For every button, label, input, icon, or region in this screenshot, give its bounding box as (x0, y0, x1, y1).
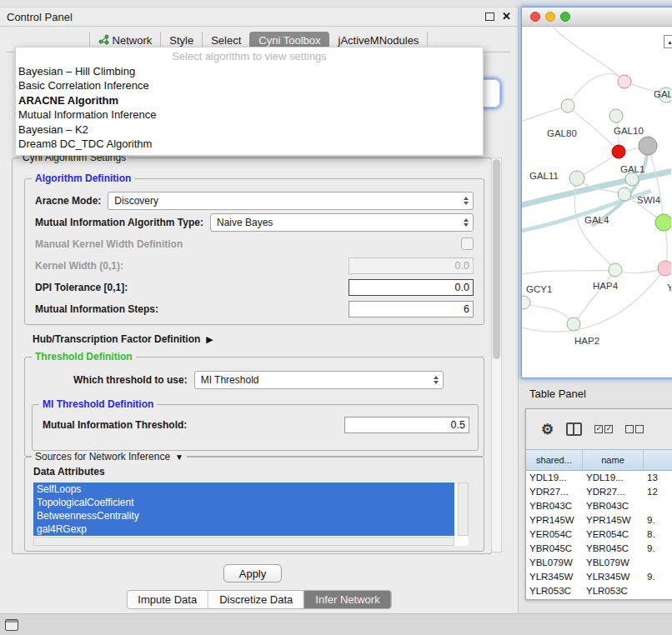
network-node[interactable] (609, 263, 622, 277)
float-window-icon[interactable] (485, 12, 494, 21)
network-node[interactable] (522, 296, 530, 309)
manual-kernel-label: Manual Kernel Width Definition (35, 238, 183, 250)
network-edge[interactable] (648, 146, 664, 222)
bottom-tab-discretize-data[interactable]: Discretize Data (208, 591, 303, 608)
attribute-item-selfloops[interactable]: SelfLoops (33, 482, 454, 496)
columns-icon[interactable] (566, 422, 582, 436)
deselect-all-icon[interactable] (625, 425, 644, 433)
restore-panel-icon[interactable] (5, 619, 18, 631)
tab-label: Cyni Toolbox (258, 34, 320, 47)
data-attributes-list: SelfLoopsTopologicalCoefficientBetweenne… (33, 482, 469, 546)
aracne-mode-dropdown[interactable]: Discovery (108, 192, 474, 210)
dpi-tolerance-row: DPI Tolerance [0,1]: (35, 278, 474, 296)
network-edge[interactable] (522, 191, 651, 232)
attribute-item-topologicalcoefficient[interactable]: TopologicalCoefficient (33, 496, 454, 509)
network-node[interactable] (561, 99, 574, 112)
network-edge[interactable] (522, 270, 615, 276)
mi-steps-input[interactable] (349, 301, 474, 318)
network-edge[interactable] (545, 26, 624, 82)
table-row[interactable]: YER054CYER054C8. (526, 528, 672, 542)
attribute-item-gal4rgexp[interactable]: gal4RGexp (33, 522, 454, 536)
network-edge[interactable] (524, 302, 574, 324)
mi-threshold-input[interactable] (344, 417, 469, 433)
table-header-row: shared...name (526, 449, 672, 471)
network-canvas[interactable]: GALGAL80GAL10GAL11GAL1SWI4GAL4GCY1HAP4HA… (522, 26, 671, 376)
network-node[interactable] (612, 145, 625, 158)
algorithm-definition-group: Algorithm Definition Aracne Mode: Discov… (24, 178, 484, 325)
network-node[interactable] (639, 137, 657, 155)
mi-steps-label: Mutual Information Steps: (35, 303, 158, 315)
attributes-vertical-scrollbar[interactable] (458, 482, 469, 536)
table-row[interactable]: YBL079WYBL079W (526, 556, 672, 570)
network-edge[interactable] (574, 270, 615, 324)
scrollbar-thumb[interactable] (493, 159, 500, 359)
network-node[interactable] (567, 318, 580, 331)
bottom-tab-infer-network[interactable]: Infer Network (303, 591, 390, 608)
network-node[interactable] (609, 109, 623, 122)
attribute-item-betweennesscentrality[interactable]: BetweennessCentrality (33, 509, 454, 522)
algorithm-option-dream8-dc-tdc-algorithm[interactable]: Dream8 DC_TDC Algorithm (16, 137, 483, 151)
hub-definition-toggle[interactable]: Hub/Transcription Factor Definition ▶ (33, 333, 213, 345)
close-window-icon[interactable]: ✕ (502, 12, 511, 22)
sources-toggle[interactable]: Sources for Network Inference ▼ (32, 451, 187, 462)
table-cell: 12 (644, 485, 672, 499)
apply-button[interactable]: Apply (223, 564, 282, 582)
column-header-shared[interactable]: shared... (526, 450, 583, 470)
table-row[interactable]: YLR345WYLR345W9. (526, 570, 672, 584)
control-panel-titlebar: Control Panel ✕ (0, 8, 518, 27)
algorithm-option-basic-correlation-inference[interactable]: Basic Correlation Inference (16, 78, 483, 92)
network-edge[interactable] (522, 268, 665, 332)
manual-kernel-checkbox[interactable] (461, 238, 474, 250)
network-edge[interactable] (568, 74, 624, 106)
mi-type-dropdown[interactable]: Naive Bayes (210, 213, 474, 232)
table-row[interactable]: YBR045CYBR045C9. (526, 542, 672, 556)
close-traffic-light-icon[interactable] (530, 12, 540, 22)
settings-scrollbar[interactable] (491, 158, 502, 552)
column-header-name[interactable]: name (583, 450, 644, 470)
network-node[interactable] (569, 171, 584, 186)
zoom-traffic-light-icon[interactable] (560, 12, 570, 22)
sources-group: Sources for Network Inference ▼ Data Att… (24, 457, 484, 552)
network-node[interactable] (658, 261, 671, 276)
table-cell: YDL19... (526, 471, 583, 485)
data-attributes-label: Data Attributes (33, 466, 484, 478)
network-node[interactable] (618, 75, 631, 88)
table-row[interactable]: YDR27...YDR27...12 (526, 485, 672, 499)
popup-placeholder: Select algorithm to view settings (16, 49, 483, 64)
table-row[interactable]: YDL19...YDL19...13 (526, 471, 672, 485)
node-label-gal80: GAL80 (547, 128, 577, 138)
expand-arrow-icon: ▶ (206, 334, 213, 345)
node-label-gcy1: GCY1 (526, 284, 552, 294)
algorithm-option-aracne-algorithm[interactable]: ARACNE Algorithm (16, 93, 483, 108)
which-threshold-dropdown[interactable]: MI Threshold (194, 371, 444, 389)
table-row[interactable]: YPR145WYPR145W9. (526, 513, 672, 528)
network-node[interactable] (625, 172, 639, 186)
table-cell: 9. (644, 570, 672, 584)
table-cell: 13 (644, 471, 672, 485)
gear-icon[interactable]: ⚙ (541, 422, 554, 437)
tab-label: jActiveMNodules (339, 34, 419, 47)
network-node[interactable] (655, 214, 671, 231)
mi-type-row: Mutual Information Algorithm Type: Naive… (35, 213, 474, 231)
algorithm-option-mutual-information-inference[interactable]: Mutual Information Inference (16, 108, 483, 122)
network-scroll-up-button[interactable]: ▲ (664, 35, 672, 48)
dpi-tolerance-input[interactable] (349, 279, 474, 296)
network-node[interactable] (618, 188, 631, 201)
table-row[interactable]: YLR053CYLR053C (526, 584, 672, 598)
algorithm-option-bayesian-k2[interactable]: Bayesian – K2 (16, 122, 483, 137)
table-cell: YDR27... (583, 485, 644, 499)
minimize-traffic-light-icon[interactable] (545, 12, 555, 22)
network-edge[interactable] (522, 106, 568, 124)
network-window-titlebar[interactable] (522, 8, 672, 27)
kernel-width-input[interactable] (349, 258, 474, 274)
table-cell: YDR27... (526, 485, 583, 499)
column-header-cut[interactable] (644, 450, 672, 470)
select-all-icon[interactable]: ✓✓ (594, 425, 613, 433)
algorithm-option-bayesian-hill-climbing[interactable]: Bayesian – Hill Climbing (16, 64, 483, 78)
attributes-horizontal-scrollbar[interactable] (33, 537, 454, 546)
table-cell: YLR345W (583, 570, 644, 584)
bottom-tab-impute-data[interactable]: Impute Data (127, 591, 208, 608)
table-row[interactable]: YBR043CYBR043C (526, 499, 672, 513)
node-label-gal10: GAL10 (614, 126, 644, 136)
table-cell: 8. (644, 528, 672, 542)
